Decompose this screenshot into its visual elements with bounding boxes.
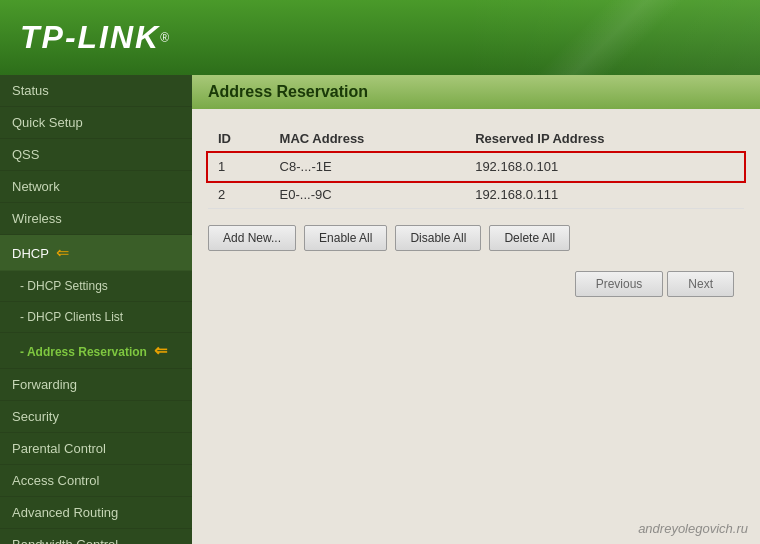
logo: TP-LINK bbox=[20, 19, 160, 56]
enable-all-button[interactable]: Enable All bbox=[304, 225, 387, 251]
row1-ip: 192.168.0.101 bbox=[465, 153, 744, 181]
row2-ip: 192.168.0.111 bbox=[465, 181, 744, 209]
pagination: Previous Next bbox=[208, 271, 744, 297]
sidebar-item-wireless[interactable]: Wireless bbox=[0, 203, 192, 235]
previous-button[interactable]: Previous bbox=[575, 271, 664, 297]
sidebar-item-network[interactable]: Network bbox=[0, 171, 192, 203]
sidebar-item-dhcp[interactable]: DHCP ⇐ bbox=[0, 235, 192, 271]
sidebar-item-dhcp-settings[interactable]: - DHCP Settings bbox=[0, 271, 192, 302]
sidebar-item-dhcp-clients[interactable]: - DHCP Clients List bbox=[0, 302, 192, 333]
content-body: ID MAC Address Reserved IP Address 1 C8-… bbox=[192, 125, 760, 313]
action-buttons: Add New... Enable All Disable All Delete… bbox=[208, 225, 744, 251]
sidebar-item-qss[interactable]: QSS bbox=[0, 139, 192, 171]
sidebar-item-parental-control[interactable]: Parental Control bbox=[0, 433, 192, 465]
reservation-arrow-icon: ⇐ bbox=[154, 341, 167, 360]
logo-tm: ® bbox=[160, 31, 169, 45]
table-row[interactable]: 2 E0-...-9C 192.168.0.111 bbox=[208, 181, 744, 209]
add-new-button[interactable]: Add New... bbox=[208, 225, 296, 251]
page-title: Address Reservation bbox=[208, 83, 744, 101]
sidebar-item-access-control[interactable]: Access Control bbox=[0, 465, 192, 497]
table-row[interactable]: 1 C8-...-1E 192.168.0.101 bbox=[208, 153, 744, 181]
content-header: Address Reservation bbox=[192, 75, 760, 109]
content-area: Address Reservation ID MAC Address Reser… bbox=[192, 75, 760, 544]
sidebar: Status Quick Setup QSS Network Wireless … bbox=[0, 75, 192, 544]
sidebar-item-security[interactable]: Security bbox=[0, 401, 192, 433]
row2-id: 2 bbox=[208, 181, 270, 209]
main-container: Status Quick Setup QSS Network Wireless … bbox=[0, 75, 760, 544]
sidebar-item-forwarding[interactable]: Forwarding bbox=[0, 369, 192, 401]
disable-all-button[interactable]: Disable All bbox=[395, 225, 481, 251]
sidebar-item-status[interactable]: Status bbox=[0, 75, 192, 107]
sidebar-item-quick-setup[interactable]: Quick Setup bbox=[0, 107, 192, 139]
row2-mac: E0-...-9C bbox=[270, 181, 466, 209]
col-mac: MAC Address bbox=[270, 125, 466, 153]
next-button[interactable]: Next bbox=[667, 271, 734, 297]
sidebar-item-address-reservation[interactable]: - Address Reservation ⇐ bbox=[0, 333, 192, 369]
delete-all-button[interactable]: Delete All bbox=[489, 225, 570, 251]
reservation-table: ID MAC Address Reserved IP Address 1 C8-… bbox=[208, 125, 744, 209]
dhcp-arrow-icon: ⇐ bbox=[56, 243, 69, 262]
header: TP-LINK® bbox=[0, 0, 760, 75]
sidebar-item-advanced-routing[interactable]: Advanced Routing bbox=[0, 497, 192, 529]
row1-id: 1 bbox=[208, 153, 270, 181]
col-ip: Reserved IP Address bbox=[465, 125, 744, 153]
header-decoration bbox=[460, 0, 760, 75]
col-id: ID bbox=[208, 125, 270, 153]
watermark: andreyolegovich.ru bbox=[638, 521, 748, 536]
row1-mac: C8-...-1E bbox=[270, 153, 466, 181]
sidebar-item-bandwidth-control[interactable]: Bandwidth Control bbox=[0, 529, 192, 544]
